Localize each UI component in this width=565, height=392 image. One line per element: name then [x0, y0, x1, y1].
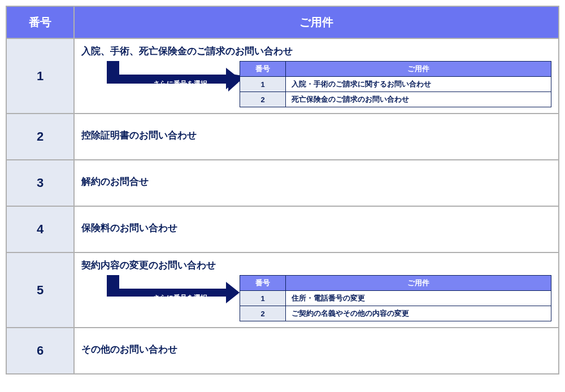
header-number: 番号 — [6, 6, 74, 38]
row-title: その他のお問い合わせ — [81, 343, 551, 356]
sub-menu-table: 番号 ご用件 1 入院・手術のご請求に関するお問い合わせ 2 死亡保 — [240, 61, 551, 107]
arrow-label: さらに番号を選択 — [132, 293, 228, 303]
sub-row-number: 2 — [240, 306, 286, 321]
table-row: 1 入院、手術、死亡保険金のご請求のお問い合わせ さらに番号を選択 — [6, 38, 559, 114]
sub-row-text: 入院・手術のご請求に関するお問い合わせ — [286, 77, 551, 92]
row-content: 控除証明書のお問い合わせ — [74, 114, 559, 160]
sub-row-number: 1 — [240, 291, 286, 306]
row-title: 保険料のお問い合わせ — [81, 221, 551, 234]
arrow-label: さらに番号を選択 — [132, 79, 228, 89]
sub-row-text: ご契約の名義やその他の内容の変更 — [286, 306, 551, 321]
row-number: 2 — [6, 114, 74, 160]
ivr-menu-table: 番号 ご用件 1 入院、手術、死亡保険金のご請求のお問い合わせ さらに番号を選択 — [6, 6, 559, 374]
sub-header-topic: ご用件 — [286, 62, 551, 77]
row-number: 6 — [6, 328, 74, 374]
sub-row: 2 ご契約の名義やその他の内容の変更 — [240, 306, 551, 321]
sub-select-arrow: さらに番号を選択 — [81, 61, 240, 107]
sub-row: 1 入院・手術のご請求に関するお問い合わせ — [240, 77, 551, 92]
table-row: 3 解約のお問合せ — [6, 160, 559, 206]
sub-menu-table: 番号 ご用件 1 住所・電話番号の変更 2 ご契約の名義やその他の内 — [240, 275, 551, 321]
sub-select-arrow: さらに番号を選択 — [81, 275, 240, 321]
header-topic: ご用件 — [74, 6, 559, 38]
row-number: 4 — [6, 206, 74, 252]
row-content: 入院、手術、死亡保険金のご請求のお問い合わせ さらに番号を選択 番号 — [74, 38, 559, 114]
table-row: 4 保険料のお問い合わせ — [6, 206, 559, 252]
sub-row-text: 死亡保険金のご請求のお問い合わせ — [286, 92, 551, 107]
sub-row: 2 死亡保険金のご請求のお問い合わせ — [240, 92, 551, 107]
row-number: 3 — [6, 160, 74, 206]
sub-row-number: 2 — [240, 92, 286, 107]
row-content: その他のお問い合わせ — [74, 328, 559, 374]
row-title: 解約のお問合せ — [81, 175, 551, 188]
row-content: 契約内容の変更のお問い合わせ さらに番号を選択 番号 ご用件 — [74, 252, 559, 328]
table-row: 5 契約内容の変更のお問い合わせ さらに番号を選択 番号 ご — [6, 252, 559, 328]
table-row: 6 その他のお問い合わせ — [6, 328, 559, 374]
row-content: 保険料のお問い合わせ — [74, 206, 559, 252]
row-content: 解約のお問合せ — [74, 160, 559, 206]
row-number: 5 — [6, 252, 74, 328]
sub-header-topic: ご用件 — [286, 276, 551, 291]
sub-row-text: 住所・電話番号の変更 — [286, 291, 551, 306]
row-number: 1 — [6, 38, 74, 114]
sub-header-number: 番号 — [240, 62, 286, 77]
row-title: 契約内容の変更のお問い合わせ — [81, 259, 551, 272]
table-row: 2 控除証明書のお問い合わせ — [6, 114, 559, 160]
row-title: 入院、手術、死亡保険金のご請求のお問い合わせ — [81, 45, 551, 58]
sub-header-number: 番号 — [240, 276, 286, 291]
row-title: 控除証明書のお問い合わせ — [81, 129, 551, 142]
sub-row: 1 住所・電話番号の変更 — [240, 291, 551, 306]
sub-row-number: 1 — [240, 77, 286, 92]
